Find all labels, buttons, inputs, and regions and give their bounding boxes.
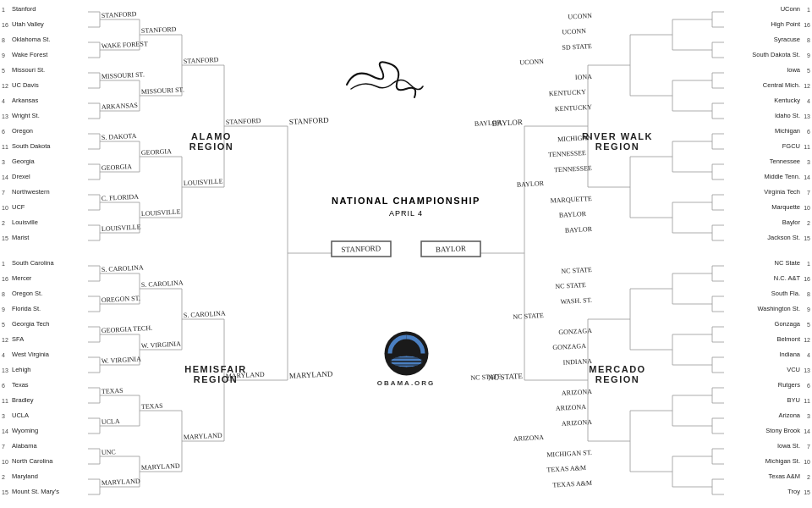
svg-text:ARIZONA: ARIZONA (513, 433, 545, 443)
team-lt-southdakota: South Dakota (12, 142, 50, 150)
svg-text:UCONN: UCONN (519, 58, 544, 66)
seed-lt16: 16 (2, 22, 8, 28)
team-lb-maryland: Maryland (12, 472, 38, 480)
seed-lb15: 15 (2, 489, 8, 495)
team-rt-kentucky: Kentucky (774, 97, 800, 104)
team-lb-mountstmarys: Mount St. Mary's (12, 488, 59, 495)
seed-rb2: 2 (807, 474, 810, 480)
team-rb-troy: Troy (787, 488, 800, 495)
team-lb-georgiatech: Georgia Tech (12, 320, 49, 328)
team-lb-texas: Texas (12, 381, 29, 389)
team-lt-arkansas: Arkansas (12, 97, 38, 104)
seed-rt8: 8 (807, 37, 810, 43)
svg-text:KENTUCKY: KENTUCKY (555, 103, 593, 113)
svg-text:NC STATE: NC STATE (561, 266, 592, 275)
seed-rb9: 9 (807, 306, 810, 312)
seed-rb4: 4 (807, 352, 810, 358)
seed-rt12: 12 (804, 83, 810, 89)
team-lt-ucf: UCF (12, 203, 25, 211)
seed-rb1: 1 (807, 261, 810, 267)
seed-lt12: 12 (2, 83, 8, 89)
svg-text:MARYLAND: MARYLAND (141, 462, 180, 472)
team-lb-oregonst: Oregon St. (12, 290, 42, 297)
mercado-region-label: MERCADOREGION (567, 364, 668, 384)
seed-rt4: 4 (807, 98, 810, 104)
obama-org-text: OBAMA.ORG (377, 379, 436, 387)
seed-lt2: 2 (2, 220, 5, 226)
team-lb-westvirginia: West Virginia (12, 351, 49, 358)
seed-rt16: 16 (804, 22, 810, 28)
team-rt-michigan: Michigan (775, 127, 800, 135)
svg-text:UNC: UNC (102, 448, 116, 456)
team-rb-belmont: Belmont (776, 335, 800, 343)
seed-lb12: 12 (2, 337, 8, 343)
seed-lb9: 9 (2, 306, 5, 312)
team-rb-texasam: Texas A&M (768, 472, 800, 480)
team-lb-wyoming: Wyoming (12, 427, 38, 434)
team-rt-fgcu: FGCU (782, 142, 800, 150)
national-championship-date: APRIL 4 (330, 209, 482, 218)
team-lb-mercer: Mercer (12, 274, 31, 282)
seed-lt13: 13 (2, 113, 8, 119)
team-lt-marist: Marist (12, 234, 29, 241)
team-rt-centralmich: Central Mich. (763, 81, 800, 89)
svg-text:NC STATE: NC STATE (555, 281, 586, 290)
seed-lb2: 2 (2, 474, 5, 480)
svg-text:TEXAS A&M: TEXAS A&M (552, 479, 592, 489)
team-lb-lehigh: Lehigh (12, 366, 31, 373)
seed-lt7: 7 (2, 190, 5, 196)
seed-lb4: 4 (2, 352, 5, 358)
obama-logo-icon (383, 330, 430, 377)
svg-text:KENTUCKY: KENTUCKY (549, 88, 587, 97)
bracket-svg: STANFORD WAKE FOREST MISSOURI ST. ARKANS… (0, 0, 812, 508)
svg-text:S. CAROLINA: S. CAROLINA (102, 263, 144, 273)
seed-rb5: 5 (807, 322, 810, 328)
team-rb-michiganst: Michigan St. (765, 457, 800, 465)
seed-lt11: 11 (2, 144, 8, 150)
svg-text:UCLA: UCLA (102, 417, 120, 426)
seed-rb16: 16 (804, 276, 810, 282)
seed-lt9: 9 (2, 52, 5, 58)
svg-text:STANFORD: STANFORD (341, 244, 381, 254)
team-rt-syracuse: Syracuse (774, 36, 800, 43)
team-lt-wakeforest: Wake Forest (12, 51, 47, 58)
alamo-region-label: ALAMOREGION (169, 131, 254, 152)
seed-lt4: 4 (2, 98, 5, 104)
svg-text:LOUISVILLE: LOUISVILLE (184, 178, 223, 187)
obama-logo-area: OBAMA.ORG (351, 330, 461, 387)
svg-text:GEORGIA TECH.: GEORGIA TECH. (102, 324, 153, 334)
team-lt-drexel: Drexel (12, 173, 30, 180)
svg-text:TEXAS: TEXAS (102, 387, 123, 395)
team-lt-northwestern: Northwestern (12, 188, 50, 196)
team-lb-northcarolina: North Carolina (12, 457, 52, 465)
team-rb-iowast: Iowa St. (777, 442, 800, 450)
team-rt-highpoint: High Point (771, 20, 800, 28)
team-lt-okst: Oklahoma St. (12, 36, 50, 43)
seed-lt8: 8 (2, 37, 5, 43)
svg-text:S. CAROLINA: S. CAROLINA (141, 279, 184, 289)
svg-text:STANFORD: STANFORD (141, 25, 177, 35)
svg-rect-228 (421, 241, 480, 257)
seed-lt10: 10 (2, 205, 8, 211)
team-lt-wrightst: Wright St. (12, 112, 40, 119)
svg-text:BAYLOR: BAYLOR (517, 179, 545, 189)
team-rt-southdakotast: South Dakota St. (752, 51, 800, 58)
svg-text:ARIZONA: ARIZONA (562, 388, 593, 397)
seed-lb11: 11 (2, 398, 8, 404)
team-rt-baylor: Baylor (782, 218, 800, 226)
svg-text:MISSOURI ST.: MISSOURI ST. (102, 70, 145, 80)
seed-rt9: 9 (807, 52, 810, 58)
national-championship-area: NATIONAL CHAMPIONSHIP APRIL 4 (330, 195, 482, 218)
seed-lb10: 10 (2, 459, 8, 465)
seed-rt5: 5 (807, 68, 810, 74)
svg-text:WASH. ST.: WASH. ST. (560, 296, 592, 306)
svg-text:GONZAGA: GONZAGA (552, 342, 586, 351)
seed-lb14: 14 (2, 428, 8, 434)
seed-lt14: 14 (2, 174, 8, 180)
svg-text:IONA: IONA (575, 73, 593, 81)
seed-rb8: 8 (807, 291, 810, 297)
seed-rb13: 13 (804, 367, 810, 373)
svg-text:BAYLOR: BAYLOR (559, 210, 587, 219)
svg-text:NC STATE: NC STATE (488, 372, 524, 382)
seed-lb5: 5 (2, 322, 5, 328)
